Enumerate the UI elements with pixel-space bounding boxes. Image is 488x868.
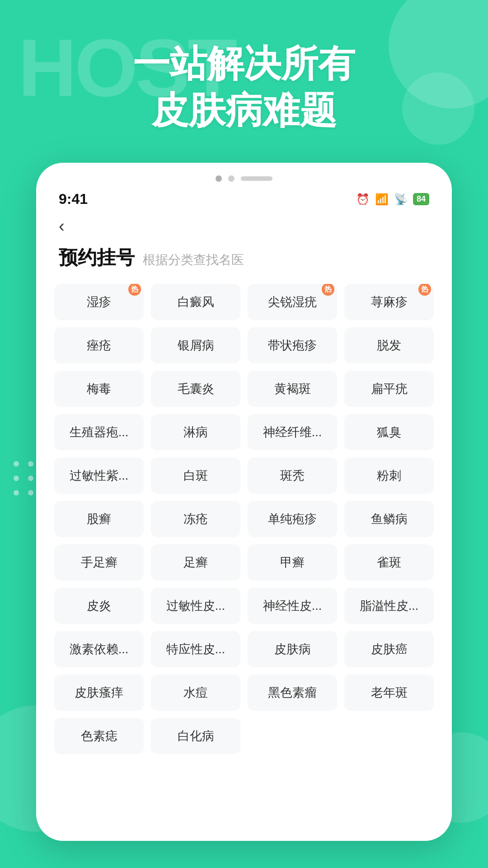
disease-item[interactable]: 扁平疣 <box>344 371 434 407</box>
disease-label: 扁平疣 <box>371 382 408 396</box>
disease-label: 手足癣 <box>81 556 117 569</box>
disease-item[interactable]: 脂溢性皮... <box>344 588 434 624</box>
disease-item[interactable]: 粉刺 <box>344 458 434 494</box>
status-icons: ⏰ 📶 📡 84 <box>356 193 429 206</box>
disease-item[interactable]: 生殖器疱... <box>54 414 144 450</box>
status-bar: 9:41 ⏰ 📶 📡 84 <box>36 186 452 210</box>
disease-label: 淋病 <box>183 425 208 439</box>
disease-item[interactable]: 带状疱疹 <box>248 327 337 363</box>
disease-item[interactable]: 手足癣 <box>54 544 144 580</box>
disease-label: 特应性皮... <box>166 642 225 656</box>
disease-label: 单纯疱疹 <box>268 512 317 526</box>
disease-grid: 热湿疹白癜风热尖锐湿疣热荨麻疹痤疮银屑病带状疱疹脱发梅毒毛囊炎黄褐斑扁平疣生殖器… <box>36 279 452 768</box>
disease-label: 皮炎 <box>87 599 111 613</box>
disease-item[interactable]: 神经性皮... <box>248 588 337 624</box>
disease-label: 白斑 <box>183 469 208 482</box>
disease-label: 毛囊炎 <box>178 382 214 396</box>
disease-label: 皮肤瘙痒 <box>75 686 123 699</box>
disease-label: 银屑病 <box>178 339 214 352</box>
disease-item[interactable]: 足癣 <box>151 544 240 580</box>
disease-label: 神经纤维... <box>263 425 322 439</box>
disease-item[interactable]: 狐臭 <box>344 414 434 450</box>
disease-label: 斑秃 <box>280 469 305 482</box>
disease-item[interactable]: 皮肤癌 <box>344 631 434 667</box>
wifi-icon: 📡 <box>394 193 408 206</box>
disease-item[interactable]: 白化病 <box>151 718 240 754</box>
hot-badge: 热 <box>128 284 141 296</box>
disease-label: 湿疹 <box>87 295 111 309</box>
disease-label: 荨麻疹 <box>371 295 408 309</box>
disease-item[interactable]: 特应性皮... <box>151 631 240 667</box>
back-button[interactable]: ‹ <box>36 210 452 243</box>
signal-icon: 📶 <box>375 193 389 206</box>
disease-label: 粉刺 <box>377 469 401 482</box>
disease-label: 雀斑 <box>377 556 401 569</box>
disease-label: 黑色素瘤 <box>268 686 317 699</box>
disease-item[interactable]: 淋病 <box>151 414 240 450</box>
hero-title: 一站解决所有 皮肤病难题 <box>0 41 488 133</box>
disease-item[interactable]: 单纯疱疹 <box>248 501 337 537</box>
page-header: 预约挂号 根据分类查找名医 <box>36 243 452 279</box>
page-indicator <box>36 163 452 186</box>
disease-item[interactable]: 脱发 <box>344 327 434 363</box>
battery-icon: 84 <box>413 193 429 205</box>
disease-label: 鱼鳞病 <box>371 512 408 526</box>
disease-item[interactable]: 毛囊炎 <box>151 371 240 407</box>
disease-label: 白化病 <box>178 729 214 743</box>
disease-item[interactable]: 白斑 <box>151 458 240 494</box>
disease-item[interactable]: 热荨麻疹 <box>344 284 434 320</box>
disease-item[interactable]: 皮肤瘙痒 <box>54 675 144 711</box>
disease-item[interactable]: 神经纤维... <box>248 414 337 450</box>
page-line <box>241 176 272 181</box>
disease-label: 色素痣 <box>81 729 117 743</box>
disease-label: 白癜风 <box>178 295 214 309</box>
disease-label: 皮肤病 <box>274 642 311 656</box>
disease-item[interactable]: 过敏性皮... <box>151 588 240 624</box>
disease-item[interactable]: 激素依赖... <box>54 631 144 667</box>
disease-label: 皮肤癌 <box>371 642 408 656</box>
disease-label: 黄褐斑 <box>274 382 311 396</box>
hero-line2: 皮肤病难题 <box>151 90 337 131</box>
disease-item[interactable]: 梅毒 <box>54 371 144 407</box>
page-subtitle: 根据分类查找名医 <box>143 253 244 267</box>
page-dot-2 <box>228 175 235 182</box>
disease-item[interactable]: 股癣 <box>54 501 144 537</box>
disease-item[interactable]: 过敏性紫... <box>54 458 144 494</box>
disease-label: 狐臭 <box>377 425 401 439</box>
disease-label: 带状疱疹 <box>268 339 317 352</box>
hot-badge: 热 <box>418 284 431 296</box>
disease-item[interactable]: 黄褐斑 <box>248 371 337 407</box>
disease-item[interactable]: 甲癣 <box>248 544 337 580</box>
disease-item[interactable]: 热尖锐湿疣 <box>248 284 337 320</box>
alarm-icon: ⏰ <box>356 193 370 206</box>
disease-item[interactable]: 痤疮 <box>54 327 144 363</box>
disease-item[interactable]: 黑色素瘤 <box>248 675 337 711</box>
disease-label: 激素依赖... <box>70 642 129 656</box>
disease-label: 神经性皮... <box>263 599 322 613</box>
disease-item[interactable]: 色素痣 <box>54 718 144 754</box>
disease-item[interactable]: 白癜风 <box>151 284 240 320</box>
disease-item[interactable]: 皮炎 <box>54 588 144 624</box>
disease-label: 梅毒 <box>87 382 111 396</box>
disease-label: 过敏性紫... <box>70 469 129 482</box>
disease-item[interactable]: 热湿疹 <box>54 284 144 320</box>
status-time: 9:41 <box>59 191 88 208</box>
disease-label: 足癣 <box>183 556 208 569</box>
disease-item[interactable]: 皮肤病 <box>248 631 337 667</box>
page-title: 预约挂号 <box>59 247 135 268</box>
disease-item[interactable]: 雀斑 <box>344 544 434 580</box>
disease-label: 股癣 <box>87 512 111 526</box>
disease-item[interactable]: 银屑病 <box>151 327 240 363</box>
disease-label: 脂溢性皮... <box>360 599 419 613</box>
disease-label: 冻疮 <box>183 512 208 526</box>
disease-label: 水痘 <box>183 686 208 699</box>
disease-label: 甲癣 <box>280 556 305 569</box>
disease-item[interactable]: 斑秃 <box>248 458 337 494</box>
disease-item[interactable]: 冻疮 <box>151 501 240 537</box>
disease-label: 生殖器疱... <box>70 425 129 439</box>
disease-item[interactable]: 老年斑 <box>344 675 434 711</box>
hero-line1: 一站解决所有 <box>133 43 355 84</box>
disease-item[interactable]: 鱼鳞病 <box>344 501 434 537</box>
hot-badge: 热 <box>322 284 334 296</box>
disease-item[interactable]: 水痘 <box>151 675 240 711</box>
